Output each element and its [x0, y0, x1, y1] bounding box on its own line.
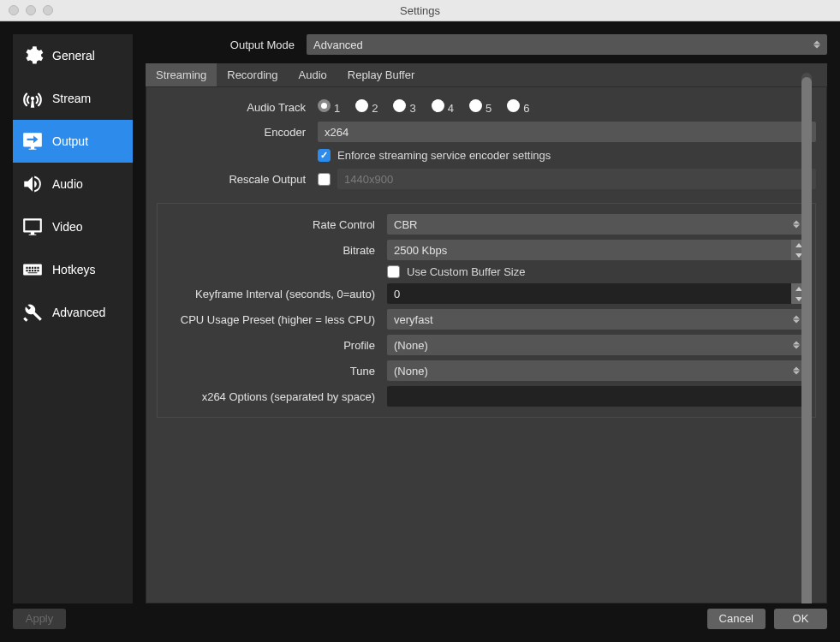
scrollbar[interactable] — [801, 73, 812, 603]
ok-button[interactable]: OK — [774, 609, 827, 629]
tune-label: Tune — [166, 365, 380, 377]
streaming-panel: Audio Track 1 2 3 4 5 6 Encoder x264 — [146, 87, 827, 603]
monitor-arrow-icon — [21, 130, 44, 152]
rescale-row: Rescale Output 1440x900 — [157, 169, 816, 189]
radio-track-4[interactable] — [432, 99, 444, 112]
output-mode-value: Advanced — [313, 39, 363, 51]
chevron-updown-icon — [793, 221, 800, 229]
window-controls — [0, 5, 53, 15]
tune-value: (None) — [394, 365, 428, 377]
custom-buffer-label: Use Custom Buffer Size — [407, 265, 525, 278]
custom-buffer-checkbox[interactable] — [387, 265, 400, 278]
audio-track-group: 1 2 3 4 5 6 — [318, 99, 529, 115]
encoder-value: x264 — [325, 126, 349, 139]
profile-select[interactable]: (None) — [387, 335, 807, 355]
gear-icon — [21, 45, 44, 67]
rescale-select[interactable]: 1440x900 — [337, 169, 816, 189]
sidebar-item-audio[interactable]: Audio — [13, 163, 133, 205]
bitrate-value: 2500 Kbps — [394, 244, 447, 257]
sidebar: General Stream Output Audio Video Hotkey… — [13, 34, 133, 603]
radio-label: 3 — [409, 102, 415, 115]
radio-track-6[interactable] — [507, 99, 520, 112]
radio-label: 5 — [486, 102, 491, 115]
radio-track-3[interactable] — [393, 99, 406, 112]
tune-select[interactable]: (None) — [387, 360, 807, 381]
encoder-row: Encoder x264 — [157, 122, 816, 142]
rate-control-value: CBR — [394, 218, 417, 231]
tab-recording[interactable]: Recording — [217, 63, 288, 86]
keyframe-row: Keyframe Interval (seconds, 0=auto) 0 — [166, 283, 807, 304]
profile-label: Profile — [166, 339, 380, 352]
sidebar-item-label: Audio — [52, 177, 83, 191]
cpu-preset-row: CPU Usage Preset (higher = less CPU) ver… — [166, 309, 807, 330]
bitrate-label: Bitrate — [166, 244, 380, 257]
cancel-button[interactable]: Cancel — [707, 609, 766, 629]
zoom-dot[interactable] — [43, 5, 53, 15]
radio-label: 1 — [334, 102, 340, 115]
sidebar-item-label: Output — [52, 134, 88, 148]
tab-replay-buffer[interactable]: Replay Buffer — [337, 63, 426, 86]
enforce-label: Enforce streaming service encoder settin… — [337, 149, 551, 162]
output-mode-select[interactable]: Advanced — [307, 34, 827, 55]
tune-row: Tune (None) — [166, 360, 807, 381]
bitrate-row: Bitrate 2500 Kbps — [166, 240, 807, 260]
radio-label: 6 — [523, 102, 529, 115]
sidebar-item-output[interactable]: Output — [13, 120, 133, 163]
cpu-preset-label: CPU Usage Preset (higher = less CPU) — [166, 313, 380, 326]
rate-control-row: Rate Control CBR — [166, 214, 807, 235]
keyframe-label: Keyframe Interval (seconds, 0=auto) — [166, 288, 380, 300]
rescale-value: 1440x900 — [344, 173, 393, 186]
profile-value: (None) — [394, 339, 428, 352]
sidebar-item-stream[interactable]: Stream — [13, 77, 133, 120]
rescale-checkbox[interactable] — [318, 173, 331, 186]
enforce-row: Enforce streaming service encoder settin… — [157, 149, 816, 162]
audio-track-label: Audio Track — [157, 101, 311, 114]
encoder-select[interactable]: x264 — [318, 122, 816, 142]
x264-opts-label: x264 Options (separated by space) — [166, 390, 380, 403]
x264-opts-input[interactable] — [387, 386, 807, 407]
monitor-icon — [21, 216, 44, 238]
titlebar: Settings — [0, 0, 840, 21]
enforce-checkbox[interactable] — [318, 149, 331, 162]
close-dot[interactable] — [9, 5, 19, 15]
x264-opts-row: x264 Options (separated by space) — [166, 386, 807, 407]
bitrate-input[interactable]: 2500 Kbps — [387, 240, 807, 260]
cpu-preset-select[interactable]: veryfast — [387, 309, 807, 330]
sidebar-item-hotkeys[interactable]: Hotkeys — [13, 248, 133, 291]
output-mode-label: Output Mode — [146, 39, 300, 51]
apply-button[interactable]: Apply — [13, 609, 66, 629]
tab-streaming[interactable]: Streaming — [146, 63, 217, 86]
tab-bar: Streaming Recording Audio Replay Buffer — [146, 63, 827, 87]
sidebar-item-label: Advanced — [52, 306, 105, 319]
footer: Apply Cancel OK — [0, 603, 840, 642]
antenna-icon — [21, 87, 44, 110]
custom-buffer-row: Use Custom Buffer Size — [166, 265, 807, 278]
rate-control-select[interactable]: CBR — [387, 214, 807, 235]
chevron-updown-icon — [813, 41, 820, 49]
output-mode-row: Output Mode Advanced — [146, 34, 827, 55]
radio-label: 4 — [448, 102, 454, 115]
speaker-icon — [21, 173, 44, 195]
sidebar-item-video[interactable]: Video — [13, 205, 133, 248]
keyframe-value: 0 — [394, 288, 400, 300]
rescale-label: Rescale Output — [157, 173, 311, 186]
minimize-dot[interactable] — [26, 5, 36, 15]
encoder-settings-group: Rate Control CBR Bitrate 2500 Kbps — [157, 203, 816, 418]
sidebar-item-advanced[interactable]: Advanced — [13, 291, 133, 334]
radio-track-2[interactable] — [355, 99, 368, 112]
chevron-updown-icon — [793, 316, 800, 324]
encoder-label: Encoder — [157, 126, 311, 139]
radio-track-5[interactable] — [469, 99, 482, 112]
tab-audio[interactable]: Audio — [289, 63, 337, 86]
main-panel: Output Mode Advanced Streaming Recording… — [146, 34, 827, 603]
radio-label: 2 — [372, 102, 378, 115]
scrollbar-thumb[interactable] — [801, 77, 812, 603]
window-title: Settings — [400, 4, 440, 17]
sidebar-item-label: Stream — [52, 92, 91, 105]
sidebar-item-general[interactable]: General — [13, 34, 133, 77]
keyframe-input[interactable]: 0 — [387, 283, 807, 304]
rate-control-label: Rate Control — [166, 218, 380, 231]
sidebar-item-label: Video — [52, 220, 83, 234]
radio-track-1[interactable] — [318, 99, 331, 112]
cpu-preset-value: veryfast — [394, 313, 433, 326]
